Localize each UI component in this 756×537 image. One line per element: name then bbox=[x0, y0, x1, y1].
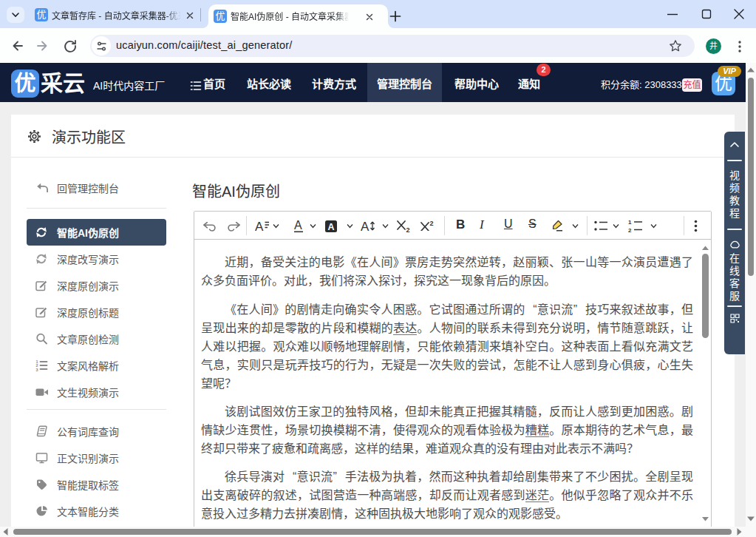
svg-text:A: A bbox=[294, 220, 302, 232]
svg-text:1: 1 bbox=[628, 219, 632, 226]
svg-text:A: A bbox=[327, 222, 334, 232]
svg-text:2: 2 bbox=[406, 226, 410, 233]
svg-text:2: 2 bbox=[628, 227, 632, 233]
svg-text:2: 2 bbox=[430, 220, 434, 227]
svg-text:A: A bbox=[361, 220, 370, 232]
svg-text:A: A bbox=[255, 220, 264, 232]
svg-text:3: 3 bbox=[36, 368, 38, 372]
